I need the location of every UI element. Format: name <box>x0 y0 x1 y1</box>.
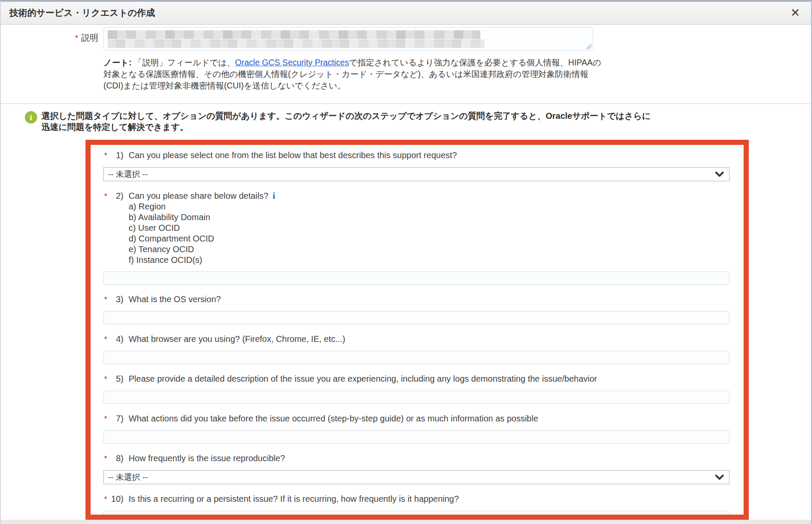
question-number: 8) <box>107 453 124 464</box>
question-sub-item: f) Instance OCID(s) <box>129 255 744 265</box>
question-label: * 7) What actions did you take before th… <box>101 413 744 424</box>
question-control <box>103 311 744 324</box>
question-label: * 4) What browser are you using? (Firefo… <box>101 333 744 345</box>
description-textarea[interactable] <box>103 27 593 51</box>
question-text: Can you please select one from the list … <box>129 150 457 160</box>
question-sub-item: a) Region <box>129 201 744 212</box>
info-icon: i <box>25 111 37 124</box>
info-banner: i 選択した問題タイプに対して、オプションの質問があります。このウィザードの次の… <box>25 110 811 132</box>
question-text: How frequently is the issue reproducible… <box>129 453 285 463</box>
answer-input[interactable] <box>103 271 730 285</box>
question-block: * 5) Please provide a detailed descripti… <box>101 373 744 404</box>
question-number: 4) <box>107 333 124 345</box>
question-sub-items: a) Regionb) Availability Domainc) User O… <box>129 201 744 265</box>
question-label: * 1) Can you please select one from the … <box>101 150 744 161</box>
required-asterisk: * <box>75 33 78 42</box>
question-control <box>103 391 744 404</box>
dialog-bottom-edge <box>1 520 811 524</box>
question-sub-item: c) User OCID <box>129 223 744 233</box>
question-control: -- 未選択 -- <box>103 167 744 181</box>
questions-section: * 1) Can you please select one from the … <box>85 140 749 520</box>
question-label: * 2) Can you please share below details?… <box>101 190 744 265</box>
question-text-wrap: Please provide a detailed description of… <box>129 373 744 385</box>
question-block: * 4) What browser are you using? (Firefo… <box>101 333 744 364</box>
dialog-titlebar: 技術的サービス・リクエストの作成 ✕ <box>1 2 811 25</box>
answer-select[interactable]: -- 未選択 -- <box>103 470 730 484</box>
question-text-wrap: What actions did you take before the iss… <box>129 413 744 424</box>
question-info-icon[interactable]: i <box>273 191 275 201</box>
question-number: 1) <box>107 150 124 161</box>
question-control: -- 未選択 -- <box>103 470 744 484</box>
question-control <box>103 271 744 285</box>
section-divider <box>1 103 811 104</box>
security-practices-link[interactable]: Oracle GCS Security Practices <box>235 58 349 67</box>
privacy-note: ノート: 「説明」フィールドでは、Oracle GCS Security Pra… <box>103 57 608 91</box>
select-selected-value: -- 未選択 -- <box>108 472 148 483</box>
required-asterisk: * <box>101 190 107 265</box>
answer-select[interactable]: -- 未選択 -- <box>103 167 730 181</box>
question-text-wrap: What browser are you using? (Firefox, Ch… <box>129 333 744 345</box>
question-sub-item: e) Tenancy OCID <box>129 244 744 255</box>
select-selected-value: -- 未選択 -- <box>108 169 148 180</box>
redacted-content-line <box>108 30 480 39</box>
create-technical-sr-dialog: 技術的サービス・リクエストの作成 ✕ *説明 ノート: 「説明」フィールドでは、… <box>0 0 812 524</box>
question-text-wrap: Can you please select one from the list … <box>129 150 744 161</box>
page-title: 技術的サービス・リクエストの作成 <box>9 7 790 19</box>
question-text-wrap: Can you please share below details?i a) … <box>129 190 744 265</box>
question-sub-item: d) Compartment OCID <box>129 233 744 244</box>
question-text: What browser are you using? (Firefox, Ch… <box>129 334 345 344</box>
question-number: 5) <box>107 373 124 385</box>
question-sub-item: b) Availability Domain <box>129 212 744 223</box>
question-text: Can you please share below details? <box>129 191 268 200</box>
dialog-content: *説明 ノート: 「説明」フィールドでは、Oracle GCS Security… <box>1 27 811 520</box>
answer-input[interactable] <box>103 511 730 520</box>
required-asterisk: * <box>101 294 107 305</box>
question-text: What is the OS version? <box>129 294 221 304</box>
required-asterisk: * <box>101 150 107 161</box>
info-icon-glyph: i <box>30 113 32 122</box>
question-label: * 8) How frequently is the issue reprodu… <box>101 453 744 464</box>
note-label: ノート: <box>103 58 132 67</box>
required-asterisk: * <box>101 493 107 505</box>
answer-input[interactable] <box>103 351 730 364</box>
question-number: 10) <box>107 493 124 505</box>
question-text: What actions did you take before the iss… <box>129 414 538 423</box>
question-block: * 3) What is the OS version? <box>101 294 744 324</box>
question-control <box>103 511 744 520</box>
question-text-wrap: What is the OS version? <box>129 294 744 305</box>
question-block: * 10) Is this a recurring or a persisten… <box>101 493 744 520</box>
required-asterisk: * <box>101 333 107 345</box>
required-asterisk: * <box>101 413 107 424</box>
required-asterisk: * <box>101 373 107 385</box>
redacted-content-line <box>108 39 485 48</box>
question-number: 2) <box>107 190 124 265</box>
note-text-before-link: 「説明」フィールドでは、 <box>132 58 235 67</box>
description-label: *説明 <box>1 27 98 51</box>
question-text: Is this a recurring or a persistent issu… <box>129 494 459 503</box>
answer-input[interactable] <box>103 391 730 404</box>
chevron-down-icon <box>715 171 724 177</box>
close-icon[interactable]: ✕ <box>790 7 800 19</box>
description-label-text: 説明 <box>81 33 98 42</box>
question-number: 7) <box>107 413 124 424</box>
question-label: * 3) What is the OS version? <box>101 294 744 305</box>
answer-input[interactable] <box>103 311 730 324</box>
info-banner-text: 選択した問題タイプに対して、オプションの質問があります。このウィザードの次のステ… <box>41 110 659 132</box>
resize-handle-icon[interactable] <box>586 44 591 49</box>
question-number: 3) <box>107 294 124 305</box>
chevron-down-icon <box>715 474 724 480</box>
question-control <box>103 430 744 444</box>
question-block: * 2) Can you please share below details?… <box>101 190 744 285</box>
question-block: * 8) How frequently is the issue reprodu… <box>101 453 744 484</box>
question-text-wrap: How frequently is the issue reproducible… <box>129 453 744 464</box>
question-label: * 5) Please provide a detailed descripti… <box>101 373 744 385</box>
question-block: * 1) Can you please select one from the … <box>101 150 744 181</box>
question-block: * 7) What actions did you take before th… <box>101 413 744 444</box>
question-text: Please provide a detailed description of… <box>129 374 597 383</box>
required-asterisk: * <box>101 453 107 464</box>
question-control <box>103 351 744 364</box>
description-row: *説明 <box>1 27 811 51</box>
question-text-wrap: Is this a recurring or a persistent issu… <box>129 493 744 505</box>
question-label: * 10) Is this a recurring or a persisten… <box>101 493 744 505</box>
answer-input[interactable] <box>103 430 730 444</box>
